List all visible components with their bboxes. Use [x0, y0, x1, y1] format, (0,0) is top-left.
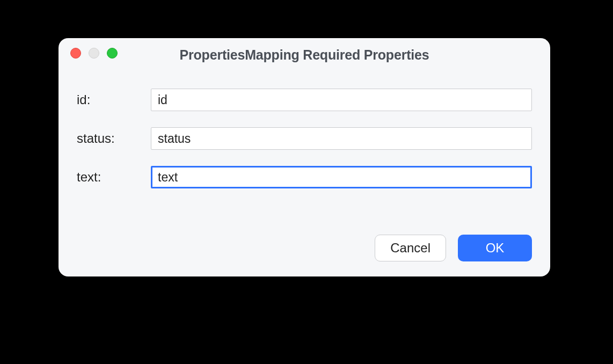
dialog-buttons: Cancel OK [375, 235, 532, 261]
status-label: status: [77, 131, 151, 146]
dialog-title: PropertiesMapping Required Properties [59, 42, 550, 63]
cancel-button[interactable]: Cancel [375, 235, 446, 261]
maximize-icon[interactable] [107, 48, 118, 59]
field-row-text: text: [77, 166, 532, 188]
titlebar: PropertiesMapping Required Properties [59, 38, 550, 66]
field-row-status: status: [77, 127, 532, 150]
form: id: status: text: [59, 66, 550, 188]
ok-button[interactable]: OK [458, 235, 532, 261]
text-label: text: [77, 170, 151, 185]
traffic-lights [70, 48, 118, 59]
id-input[interactable] [151, 89, 532, 111]
id-label: id: [77, 92, 151, 107]
status-input[interactable] [151, 127, 532, 150]
dialog-window: PropertiesMapping Required Properties id… [59, 38, 550, 276]
field-row-id: id: [77, 89, 532, 111]
close-icon[interactable] [70, 48, 81, 59]
minimize-icon[interactable] [89, 48, 99, 59]
text-input[interactable] [151, 166, 532, 188]
